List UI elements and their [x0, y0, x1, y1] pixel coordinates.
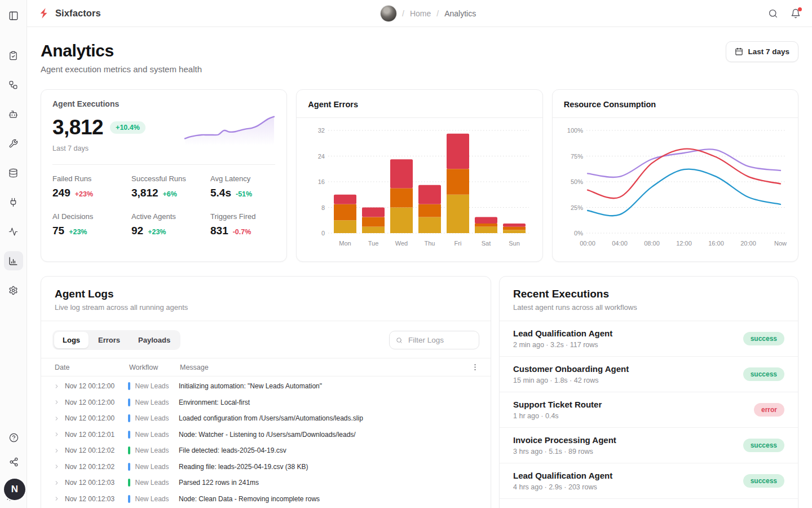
log-row[interactable]: Nov 12 00:12:02 New Leads File detected:… [41, 443, 491, 459]
sidebar-item-tasks[interactable] [4, 46, 23, 65]
log-row[interactable]: Nov 12 00:12:00 New Leads Initializing a… [41, 378, 491, 395]
svg-text:04:00: 04:00 [612, 240, 628, 247]
stat-item: Avg Latency 5.4s -51% [210, 174, 275, 199]
app-root: N Sixfactors / Home / Analytics [0, 0, 812, 508]
filter-logs-field[interactable] [389, 331, 479, 349]
execution-row[interactable]: Invoice Processing Agent 3 hrs ago · 5.1… [500, 428, 798, 463]
svg-text:0: 0 [321, 230, 325, 237]
sidebar-item-workflows[interactable] [4, 75, 23, 94]
agent-executions-card: Agent Executions 3,812 +10.4% Last 7 day… [41, 89, 287, 262]
sidebar-item-agents[interactable] [4, 104, 23, 124]
execution-row[interactable]: Lead Qualification Agent 4 hrs ago · 2.9… [500, 463, 798, 499]
breadcrumb-home[interactable]: Home [410, 9, 431, 18]
execution-name: Support Ticket Router [513, 400, 602, 409]
stat-delta: +23% [69, 228, 87, 236]
brand-logo-icon [38, 7, 50, 19]
stat-item: Successful Runs 3,812 +6% [131, 174, 210, 199]
status-badge: success [743, 439, 784, 452]
kebab-icon [471, 363, 479, 371]
tab-errors[interactable]: Errors [90, 332, 129, 348]
svg-text:Tue: Tue [368, 240, 379, 247]
page-subtitle: Agent execution metrics and system healt… [41, 64, 202, 74]
share-nodes-icon [9, 457, 19, 467]
stat-value: 3,812 [131, 187, 158, 199]
sidebar-item-tools[interactable] [4, 134, 23, 153]
user-avatar[interactable] [381, 6, 396, 21]
log-row[interactable]: Nov 12 00:12:00 New Leads Loaded configu… [41, 410, 491, 427]
tab-label: Errors [98, 336, 120, 344]
panel-title: Agent Logs [55, 288, 477, 300]
log-workflow-name: New Leads [135, 463, 169, 471]
log-workflow-name: New Leads [135, 446, 169, 454]
notifications-button[interactable] [791, 8, 801, 19]
svg-text:12:00: 12:00 [676, 240, 692, 247]
sidebar-item-settings[interactable] [4, 281, 23, 300]
log-date: Nov 12 00:12:03 [65, 495, 128, 503]
stat-delta: +6% [163, 190, 177, 198]
log-workflow: New Leads [128, 479, 179, 487]
date-range-button[interactable]: Last 7 days [726, 41, 798, 62]
execution-row[interactable]: Support Ticket Router 1 hr ago · 0.4s er… [500, 392, 798, 428]
execution-row[interactable]: Lead Qualification Agent 2 min ago · 3.2… [500, 321, 798, 357]
search-icon [396, 336, 403, 344]
filter-logs-input[interactable] [407, 335, 473, 345]
logs-tabs: LogsErrorsPayloads [52, 330, 180, 350]
execution-meta: 2 min ago · 3.2s · 117 rows [513, 341, 612, 349]
tab-logs[interactable]: Logs [54, 332, 89, 348]
search-button[interactable] [768, 8, 778, 19]
log-row[interactable]: Nov 12 00:12:00 New Leads Environment: L… [41, 395, 491, 411]
workflow-level-bar [128, 479, 130, 487]
log-workflow: New Leads [128, 414, 179, 422]
svg-text:0%: 0% [574, 230, 583, 237]
notification-dot [798, 7, 802, 11]
stat-delta: +23% [75, 190, 93, 198]
card-title: Agent Executions [52, 99, 275, 108]
tab-label: Payloads [138, 336, 170, 344]
log-row[interactable]: Nov 12 00:12:01 New Leads Node: Watcher … [41, 427, 491, 443]
page-header: Analytics Agent execution metrics and sy… [41, 41, 798, 74]
svg-text:24: 24 [318, 153, 325, 160]
log-date: Nov 12 00:12:03 [65, 479, 128, 487]
workflow-level-bar [128, 495, 130, 503]
chevron-right-icon[interactable] [54, 415, 65, 422]
svg-text:08:00: 08:00 [644, 240, 660, 247]
chevron-right-icon[interactable] [54, 463, 65, 470]
execution-row[interactable]: Customer Onboarding Agent 15 min ago · 1… [500, 357, 798, 392]
user-avatar-badge[interactable]: N [4, 479, 25, 500]
execution-meta: 3 hrs ago · 5.1s · 89 rows [513, 448, 616, 456]
recent-executions-list: Lead Qualification Agent 2 min ago · 3.2… [500, 321, 798, 499]
chevron-right-icon[interactable] [54, 480, 65, 486]
log-row[interactable]: Nov 12 00:12:03 New Leads Parsed 122 row… [41, 475, 491, 491]
sidebar-toggle-button[interactable] [8, 11, 19, 21]
brand[interactable]: Sixfactors [38, 7, 101, 19]
execution-name: Lead Qualification Agent [513, 471, 612, 480]
log-row[interactable]: Nov 12 00:12:02 New Leads Reading file: … [41, 459, 491, 475]
chevron-right-icon[interactable] [54, 383, 65, 389]
topbar-actions [768, 8, 801, 19]
chevron-right-icon[interactable] [54, 496, 65, 502]
log-row[interactable]: Nov 12 00:12:03 New Leads Node: Clean Da… [41, 491, 491, 507]
bot-icon [8, 110, 18, 119]
date-range-label: Last 7 days [748, 47, 789, 56]
help-button[interactable] [4, 430, 23, 445]
logs-table-header: Date Workflow Message [41, 358, 491, 376]
sidebar-item-analytics[interactable] [4, 251, 23, 270]
sidebar-item-integrations[interactable] [4, 192, 23, 212]
sidebar-item-activity[interactable] [4, 222, 23, 241]
chevron-right-icon[interactable] [54, 431, 65, 437]
recent-executions-panel: Recent Executions Latest agent runs acro… [499, 276, 798, 508]
chevron-right-icon[interactable] [54, 399, 65, 405]
svg-text:Sun: Sun [509, 240, 520, 247]
svg-text:Thu: Thu [425, 240, 435, 247]
log-workflow-name: New Leads [135, 479, 169, 487]
stat-value: 831 [210, 225, 228, 237]
chevron-right-icon[interactable] [54, 448, 65, 454]
log-workflow: New Leads [128, 382, 179, 390]
tab-payloads[interactable]: Payloads [130, 332, 179, 348]
logs-toolbar: LogsErrorsPayloads [41, 321, 491, 358]
stat-delta: -51% [236, 190, 252, 198]
table-options-button[interactable] [466, 363, 479, 371]
sidebar-item-database[interactable] [4, 163, 23, 182]
agent-errors-card: Agent Errors 08162432MonTueWedThuFriSatS… [296, 89, 542, 262]
share-button[interactable] [4, 454, 23, 469]
